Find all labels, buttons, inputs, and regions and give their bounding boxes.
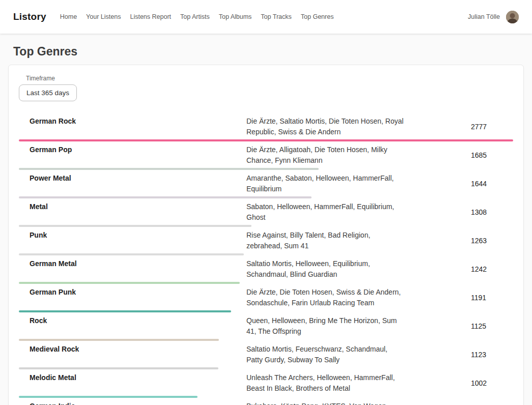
genre-top-artists: Die Ärzte, Alligatoah, Die Toten Hosen, …	[246, 144, 404, 166]
genre-listen-count: 1308	[471, 207, 487, 218]
genre-progress-bar	[19, 225, 251, 227]
genre-row: Melodic Metal Unleash The Archers, Hello…	[19, 370, 513, 398]
user-avatar-photo	[506, 11, 519, 23]
genre-top-artists: Rise Against, Billy Talent, Bad Religion…	[246, 230, 404, 251]
genre-progress-bar	[19, 396, 198, 398]
genre-top-artists: Sabaton, Helloween, HammerFall, Equilibr…	[246, 201, 404, 223]
nav-item-listens-report[interactable]: Listens Report	[130, 13, 171, 20]
main-nav: Home Your Listens Listens Report Top Art…	[60, 13, 334, 20]
genre-top-artists: Saltatio Mortis, Helloween, Equilibrium,…	[246, 258, 404, 280]
genre-progress-bar	[19, 282, 240, 284]
nav-item-home[interactable]: Home	[60, 13, 77, 20]
nav-item-top-artists[interactable]: Top Artists	[180, 13, 210, 20]
genre-top-artists: Queen, Helloween, Bring Me The Horizon, …	[246, 315, 404, 337]
genre-top-artists: Bukahara, Käptn Peng, KYTES, Von Wegen L…	[246, 401, 404, 405]
genre-row: Power Metal Amaranthe, Sabaton, Hellowee…	[19, 170, 513, 199]
genre-name: Rock	[19, 315, 246, 326]
genre-name: German Pop	[19, 144, 246, 155]
genre-progress-bar	[19, 139, 513, 141]
genre-row: German Rock Die Ärzte, Saltatio Mortis, …	[19, 113, 513, 142]
top-navbar: Listory Home Your Listens Listens Report…	[0, 0, 532, 34]
genre-top-artists: Die Ärzte, Die Toten Hosen, Swiss & Die …	[246, 287, 404, 308]
genre-row: Metal Sabaton, Helloween, HammerFall, Eq…	[19, 199, 513, 227]
genre-top-artists: Die Ärzte, Saltatio Mortis, Die Toten Ho…	[246, 116, 404, 137]
genre-name: German Rock	[19, 116, 246, 127]
genre-row: Medieval Rock Saltatio Mortis, Feuerschw…	[19, 341, 513, 370]
user-name: Julian Tölle	[468, 13, 500, 20]
genre-progress-bar	[19, 196, 312, 198]
genre-progress-bar	[19, 168, 319, 170]
timeframe-label: Timeframe	[26, 75, 513, 82]
genre-listen-count: 1263	[471, 236, 487, 246]
genre-listen-count: 1685	[471, 150, 487, 161]
genre-progress-bar	[19, 367, 218, 369]
main-content: Top Genres Timeframe Last 365 days Germa…	[0, 45, 532, 405]
timeframe-select[interactable]: Last 365 days	[19, 84, 77, 101]
genre-listen-count: 1242	[471, 264, 487, 275]
genre-listen-count: 1191	[471, 293, 486, 303]
nav-item-top-genres[interactable]: Top Genres	[301, 13, 334, 20]
genre-row: German Punk Die Ärzte, Die Toten Hosen, …	[19, 284, 513, 313]
user-avatar	[506, 11, 519, 23]
genre-name: German Punk	[19, 287, 246, 298]
genre-top-artists: Amaranthe, Sabaton, Helloween, HammerFal…	[246, 173, 404, 194]
genre-row: German Metal Saltatio Mortis, Helloween,…	[19, 256, 513, 284]
user-menu-button[interactable]: Julian Tölle	[468, 11, 519, 23]
genre-name: German Indie	[19, 401, 246, 405]
genre-progress-bar	[19, 253, 244, 255]
genre-listen-count: 1123	[471, 350, 486, 360]
nav-item-top-tracks[interactable]: Top Tracks	[261, 13, 291, 20]
genre-row: Punk Rise Against, Billy Talent, Bad Rel…	[19, 227, 513, 256]
genre-top-artists: Unleash The Archers, Helloween, HammerFa…	[246, 372, 404, 394]
genre-name: Medieval Rock	[19, 344, 246, 355]
genre-name: Melodic Metal	[19, 372, 246, 383]
genre-name: Metal	[19, 201, 246, 212]
genre-name: Punk	[19, 230, 246, 241]
genre-row: German Indie Bukahara, Käptn Peng, KYTES…	[19, 398, 513, 405]
genre-row: German Pop Die Ärzte, Alligatoah, Die To…	[19, 142, 513, 170]
genre-row: Rock Queen, Helloween, Bring Me The Hori…	[19, 313, 513, 341]
genre-listen-count: 1002	[471, 378, 487, 389]
genre-listen-count: 1125	[471, 321, 486, 332]
genre-listen-count: 2777	[471, 122, 487, 132]
genre-top-artists: Saltatio Mortis, Feuerschwanz, Schandmau…	[246, 344, 404, 365]
genre-progress-bar	[19, 310, 231, 312]
nav-item-top-albums[interactable]: Top Albums	[219, 13, 252, 20]
genre-table: German Rock Die Ärzte, Saltatio Mortis, …	[19, 113, 513, 405]
page-title: Top Genres	[13, 45, 532, 59]
genre-name: German Metal	[19, 258, 246, 269]
top-genres-card: Timeframe Last 365 days German Rock Die …	[8, 65, 524, 405]
genre-name: Power Metal	[19, 173, 246, 184]
genre-progress-bar	[19, 339, 219, 341]
genre-listen-count: 1644	[471, 179, 487, 189]
nav-item-your-listens[interactable]: Your Listens	[86, 13, 121, 20]
app-logo[interactable]: Listory	[13, 11, 46, 22]
